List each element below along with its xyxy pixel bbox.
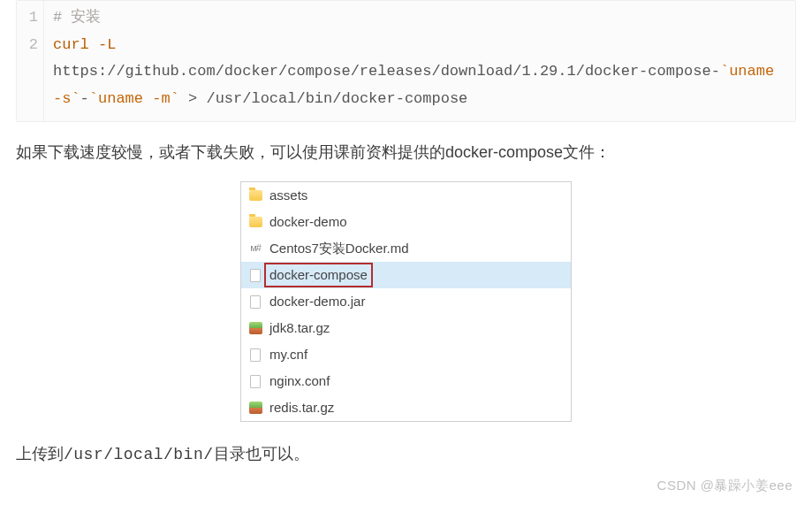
paragraph-upload-note: 上传到/usr/local/bin/目录也可以。	[16, 441, 796, 468]
list-item[interactable]: docker-demo	[241, 209, 571, 235]
file-list-panel: assets docker-demo м# Centos7安装Docker.md…	[240, 181, 572, 422]
line-number-gutter: 1 2	[17, 1, 44, 121]
file-name: docker-compose	[266, 264, 371, 286]
file-name: Centos7安装Docker.md	[269, 238, 409, 259]
list-item[interactable]: docker-demo.jar	[241, 288, 571, 315]
list-item[interactable]: redis.tar.gz	[241, 394, 571, 421]
file-icon	[248, 268, 262, 282]
list-item[interactable]: nginx.conf	[241, 368, 571, 394]
archive-icon	[248, 401, 262, 415]
code-subshell: `uname -m`	[89, 90, 179, 107]
para2-path: /usr/local/bin/	[64, 446, 214, 463]
code-url: https://github.com/docker/compose/releas…	[53, 63, 720, 80]
markdown-icon: м#	[248, 241, 262, 256]
file-icon	[248, 295, 262, 309]
line-number: 1	[26, 4, 38, 32]
watermark: CSDN @暴躁小姜eee	[657, 475, 793, 496]
list-item[interactable]: my.cnf	[241, 341, 571, 368]
file-name: redis.tar.gz	[269, 397, 334, 418]
code-command: curl	[53, 36, 89, 53]
archive-icon	[248, 321, 262, 335]
file-icon	[248, 374, 262, 388]
file-name: my.cnf	[269, 344, 307, 365]
file-name: docker-demo.jar	[269, 291, 365, 312]
paragraph-slow-download: 如果下载速度较慢，或者下载失败，可以使用课前资料提供的docker-compos…	[16, 140, 796, 165]
code-dash: -	[80, 90, 89, 107]
folder-icon	[248, 188, 262, 203]
code-flag: -L	[98, 36, 116, 53]
list-item[interactable]: м# Centos7安装Docker.md	[241, 235, 571, 262]
code-redirect: > /usr/local/bin/docker-compose	[179, 90, 467, 107]
file-name: nginx.conf	[269, 371, 330, 392]
code-block: 1 2 # 安装 curl -L https://github.com/dock…	[16, 0, 796, 122]
code-body: # 安装 curl -L https://github.com/docker/c…	[44, 1, 795, 121]
list-item-selected[interactable]: docker-compose	[241, 262, 571, 288]
file-name: jdk8.tar.gz	[269, 318, 330, 339]
line-number: 2	[26, 32, 38, 59]
file-name: docker-demo	[269, 211, 347, 233]
file-name: assets	[269, 185, 307, 206]
folder-icon	[248, 215, 262, 229]
code-comment: # 安装	[53, 9, 101, 26]
list-item[interactable]: assets	[241, 182, 571, 209]
file-icon	[248, 348, 262, 362]
para2-post: 目录也可以。	[214, 445, 309, 463]
para2-pre: 上传到	[16, 445, 64, 463]
list-item[interactable]: jdk8.tar.gz	[241, 315, 571, 341]
